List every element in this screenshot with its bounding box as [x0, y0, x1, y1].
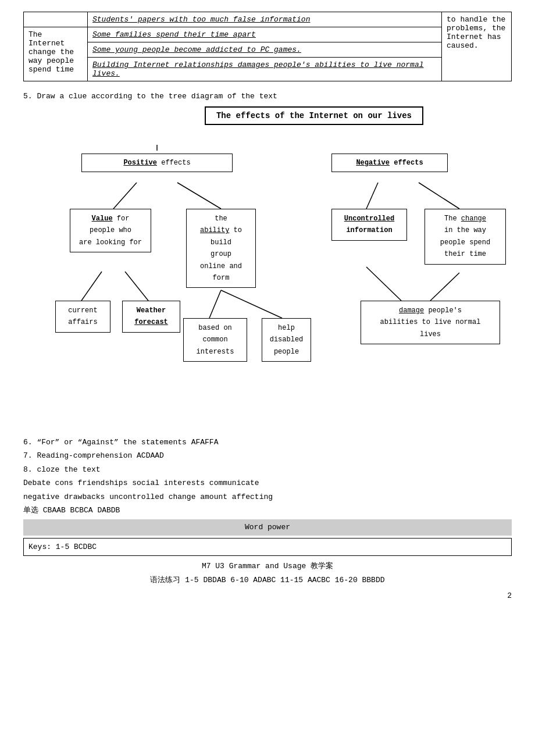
current-affairs-node: currentaffairs — [55, 301, 110, 333]
damage-node: damage people'sabilities to live normall… — [361, 301, 500, 344]
table-cell-empty — [24, 12, 88, 27]
svg-line-3 — [81, 272, 102, 301]
table-cell-young: Some young people become addicted to PC … — [88, 42, 442, 58]
table-cell-handle: to handle the problems, the Internet has… — [442, 12, 512, 81]
negative-effects-node: Negative effects — [331, 154, 448, 172]
help-text: helpdisabledpeople — [270, 324, 304, 356]
page-number: 2 — [23, 589, 512, 602]
table-cell-families: Some families spend their time apart — [88, 27, 442, 42]
svg-line-9 — [366, 267, 401, 301]
forecast-underline: forecast — [134, 318, 168, 326]
svg-line-8 — [419, 183, 459, 209]
based-common-node: based oncommoninterests — [183, 318, 247, 362]
help-disabled-node: helpdisabledpeople — [262, 318, 311, 362]
ability-text: the ability tobuildgrouponline andform — [200, 215, 242, 282]
weather-forecast-node: Weatherforecast — [122, 301, 180, 333]
table-cell-papers: Students' papers with too much false inf… — [88, 12, 442, 27]
negative-text: effects — [394, 159, 423, 167]
change-underline: change — [461, 215, 486, 223]
keys-box: Keys: 1-5 BCDBC — [23, 538, 512, 556]
tree-diagram: Positive effects Negative effects Value … — [23, 145, 523, 424]
damage-text: damage people'sabilities to live normall… — [380, 306, 481, 338]
item8: 8. cloze the text — [23, 463, 512, 476]
bottom-section: 6. “For” or “Against” the statements AFA… — [23, 436, 512, 602]
svg-line-1 — [113, 183, 137, 209]
item6: 6. “For” or “Against” the statements AFA… — [23, 436, 512, 449]
svg-line-6 — [221, 290, 282, 318]
value-node: Value forpeople whoare looking for — [70, 209, 151, 252]
step5-section: 5. Draw a clue according to the tree dia… — [23, 92, 512, 137]
tree-lines — [23, 145, 523, 424]
table-cell-building: Building Internet relationships damages … — [88, 58, 442, 81]
cloze-line1: Debate cons friendships social interests… — [23, 476, 512, 490]
uncontrolled-underline: Uncontrolled — [344, 215, 394, 223]
uncontrolled-node: Uncontrolledinformation — [331, 209, 407, 241]
ability-node: the ability tobuildgrouponline andform — [186, 209, 256, 288]
negative-underline: Negative — [356, 159, 390, 167]
uncontrolled-text: information — [346, 226, 392, 234]
step5-label: 5. Draw a clue according to the tree dia… — [23, 92, 512, 101]
svg-line-5 — [209, 290, 221, 318]
positive-text: effects — [157, 159, 191, 167]
table-cell-internet: The Internet change the way people spend… — [24, 27, 88, 81]
svg-line-10 — [430, 273, 459, 301]
value-underline: Value — [92, 215, 113, 223]
ability-underline: ability — [200, 226, 229, 234]
current-affairs-text: currentaffairs — [68, 306, 97, 326]
change-node: The changein the waypeople spendtheir ti… — [425, 209, 506, 265]
svg-line-2 — [177, 183, 221, 209]
positive-effects-node: Positive effects — [81, 154, 233, 172]
weather-text: Weatherforecast — [134, 306, 168, 326]
cloze-line3: 单选 CBAAB BCBCA DABDB — [23, 504, 512, 517]
footer2: 语法练习 1-5 DBDAB 6-10 ADABC 11-15 AACBC 16… — [23, 573, 512, 587]
svg-line-7 — [366, 183, 378, 209]
positive-underline: Positive — [123, 159, 157, 167]
change-text: The changein the waypeople spendtheir ti… — [440, 215, 490, 258]
top-table: Students' papers with too much false inf… — [23, 12, 512, 81]
main-title-box: The effects of the Internet on our lives — [205, 106, 423, 125]
svg-line-4 — [125, 272, 148, 301]
word-power-bar: Word power — [23, 519, 512, 535]
item7: 7. Reading-comprehension ACDAAD — [23, 449, 512, 462]
damage-underline: damage — [399, 306, 424, 315]
based-text: based oncommoninterests — [197, 324, 234, 356]
footer1: M7 U3 Grammar and Usage 教学案 — [23, 559, 512, 573]
cloze-line2: negative drawbacks uncontrolled change a… — [23, 490, 512, 504]
